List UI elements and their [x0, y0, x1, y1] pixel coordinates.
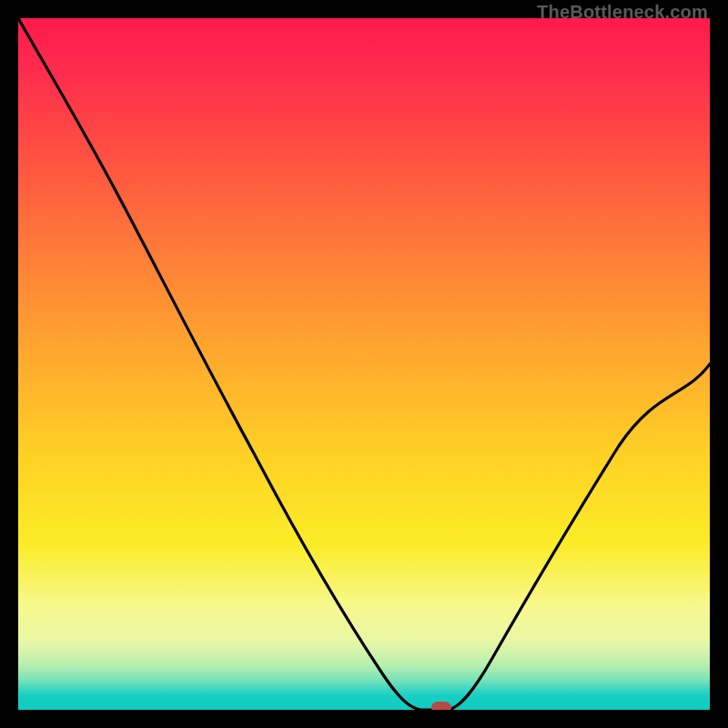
curve-svg [18, 18, 710, 710]
bottleneck-curve-path [18, 18, 710, 710]
plot-area [18, 18, 710, 710]
chart-frame: TheBottleneck.com [0, 0, 728, 728]
optimal-point-marker [431, 702, 451, 710]
